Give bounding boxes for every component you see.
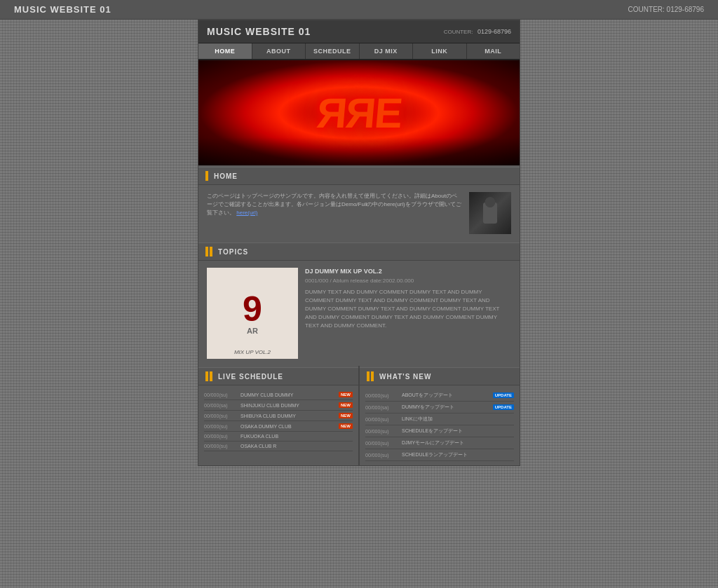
home-link[interactable]: here(url) [236,210,257,216]
nav-link[interactable]: LINK [413,43,467,59]
counter-label: COUNTER: [444,29,473,35]
topics-detail-date: 0001/000 / Ablum release date:2002.00.00… [305,278,511,284]
row-text: DJMYモールにアップデート [402,439,514,446]
schedule-row: 00/000(su) SHIBUYA CLUB DUMMY NEW [204,411,353,421]
whats-new-col: WHAT'S NEW 00/000(su) ABOUTをアップデート UPDAT… [360,366,520,465]
top-bar: MUSIC WEBSITE 01 COUNTER: 0129-68796 [0,0,718,20]
badge-update: UPDATE [493,392,514,398]
section-marker [205,171,208,181]
row-date: 00/000(su) [204,444,238,449]
row-date: 00/000(sa) [204,403,238,408]
site-title: MUSIC WEBSITE 01 [207,26,311,37]
nav-djmix[interactable]: DJ MIX [360,43,414,59]
neon-sign: ЯЯЕ [315,89,403,137]
topics-detail: DJ DUMMY MIX UP VOL.2 0001/000 / Ablum r… [305,268,511,359]
site-counter: COUNTER: 0129-68796 [444,28,511,35]
nav-about[interactable]: ABOUT [252,43,306,59]
topbar-counter: COUNTER: 0129-68796 [628,6,704,13]
topics-img-label: MIX UP VOL.2 [207,349,298,355]
row-text: DUMMYをアップデート [402,404,490,411]
row-text: SHINJUKU CLUB DUMMY [241,403,336,408]
schedule-row: 00/000(su) DUMMY CLUB DUMMY NEW [204,390,353,400]
row-date: 00/000(su) [204,434,238,439]
home-content: このページはトップページのサンプルです。内容を入れ替えて使用してください。詳細は… [198,185,520,241]
whatsnew-row: 00/000(su) DJMYモールにアップデート [365,437,514,449]
site-header: MUSIC WEBSITE 01 COUNTER: 0129-68796 [198,20,520,43]
row-text: DUMMY CLUB DUMMY [241,392,336,397]
row-text: OSAKA CLUB R [241,444,353,449]
schedule-row: 00/000(sa) SHINJUKU CLUB DUMMY NEW [204,400,353,411]
nav-bar: HOME ABOUT SCHEDULE DJ MIX LINK MAIL [198,43,520,60]
section-marker-double-sched [205,371,212,381]
badge-new: NEW [339,413,353,418]
hero-neon: ЯЯЕ [198,60,520,165]
marker-s1 [205,371,208,381]
hero-overlay [198,137,520,165]
whatsnew-row: 00/000(sa) DUMMYをアップデート UPDATE [365,402,514,413]
live-schedule-header: LIVE SCHEDULE [198,367,358,385]
row-text: SCHEDULEをアップデート [402,428,514,435]
whatsnew-row: 00/000(su) LINKに中追加 [365,413,514,425]
row-text: SHIBUYA CLUB DUMMY [241,413,336,418]
home-thumbnail [469,192,511,234]
row-text: ABOUTをアップデート [402,392,490,399]
topics-detail-text: DUMMY TEXT AND DUMMY COMMENT DUMMY TEXT … [305,288,511,330]
whats-new-title: WHAT'S NEW [379,373,431,381]
row-date: 00/000(sa) [365,405,399,410]
schedule-row: 00/000(su) FUKUOKA CLUB [204,432,353,442]
nav-mail[interactable]: MAIL [467,43,520,59]
row-date: 00/000(su) [365,453,399,458]
counter-value: 0129-68796 [667,6,704,13]
row-date: 00/000(su) [204,424,238,429]
badge-new: NEW [339,423,353,429]
whatsnew-row: 00/000(su) ABOUTをアップデート UPDATE [365,390,514,402]
thumb-figure [483,203,497,224]
whatsnew-row: 00/000(su) SCHEDULEランアップデート [365,449,514,461]
marker-w1 [367,371,370,381]
topics-detail-title: DJ DUMMY MIX UP VOL.2 [305,268,511,275]
row-date: 00/000(su) [204,413,238,418]
row-date: 00/000(su) [365,441,399,446]
whatsnew-list: 00/000(su) ABOUTをアップデート UPDATE 00/000(sa… [360,385,520,465]
topics-img-inner: 9 AR [207,268,298,359]
marker-2 [210,247,212,257]
section-marker-double-wn [367,371,374,381]
row-date: 00/000(su) [365,393,399,398]
schedule-row: 00/000(su) OSAKA DUMMY CLUB NEW [204,421,353,432]
badge-new: NEW [339,392,353,397]
home-text: このページはトップページのサンプルです。内容を入れ替えて使用してください。詳細は… [207,192,462,234]
hero-image: ЯЯЕ [198,60,520,165]
nav-schedule[interactable]: SCHEDULE [306,43,360,59]
nav-home[interactable]: HOME [198,43,252,59]
topics-img-sub: AR [247,327,258,335]
badge-new: NEW [339,402,353,408]
row-text: SCHEDULEランアップデート [402,451,514,458]
whats-new-header: WHAT'S NEW [360,367,520,385]
schedule-list: 00/000(su) DUMMY CLUB DUMMY NEW 00/000(s… [198,385,358,456]
badge-update: UPDATE [493,404,514,410]
marker-s2 [210,371,212,381]
row-date: 00/000(su) [365,417,399,422]
topics-content: 9 AR MIX UP VOL.2 DJ DUMMY MIX UP VOL.2 … [198,261,520,366]
counter-label: COUNTER: [628,6,665,13]
row-text: LINKに中追加 [402,416,514,423]
counter-value: 0129-68796 [477,28,511,35]
row-text: FUKUOKA CLUB [241,434,353,439]
whatsnew-row: 00/000(su) SCHEDULEをアップデート [365,425,514,437]
topics-image: 9 AR MIX UP VOL.2 [207,268,298,359]
row-date: 00/000(su) [365,429,399,434]
live-schedule-col: LIVE SCHEDULE 00/000(su) DUMMY CLUB DUMM… [198,366,358,465]
row-date: 00/000(su) [204,392,238,397]
marker-w2 [371,371,374,381]
marker-1 [205,247,208,257]
home-title: HOME [214,172,238,180]
bottom-columns: LIVE SCHEDULE 00/000(su) DUMMY CLUB DUMM… [198,366,520,465]
topics-title: TOPICS [218,248,248,256]
thumb-inner [469,192,511,234]
topics-section-header: TOPICS [198,242,520,261]
schedule-row: 00/000(su) OSAKA CLUB R [204,442,353,451]
row-text: OSAKA DUMMY CLUB [241,424,336,429]
main-container: MUSIC WEBSITE 01 COUNTER: 0129-68796 HOM… [198,20,520,466]
topics-img-number: 9 [243,292,262,327]
section-marker-double [205,247,212,257]
